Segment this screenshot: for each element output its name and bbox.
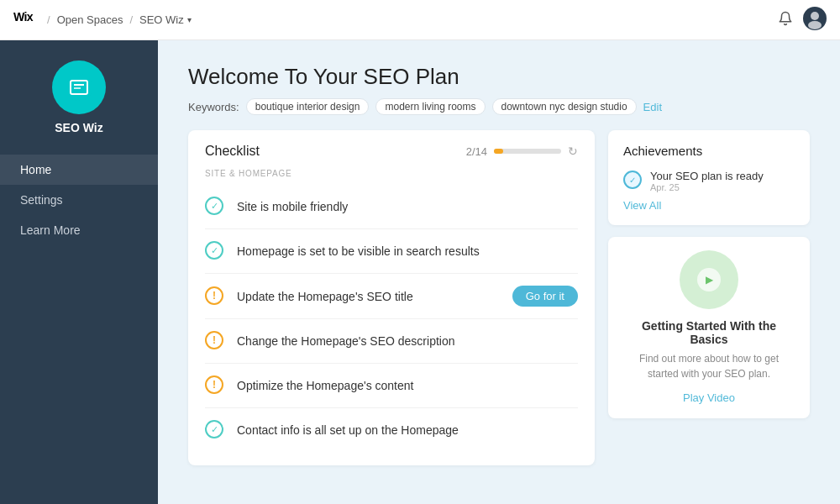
achievement-item-1: ✓ Your SEO plan is ready Apr. 25 [623, 170, 795, 192]
checklist-progress: 2/14 ↻ [466, 144, 578, 158]
keywords-label: Keywords: [188, 101, 239, 113]
svg-rect-4 [66, 74, 92, 101]
progress-bar [494, 149, 561, 154]
content-grid: Checklist 2/14 ↻ SITE & HOMEPAGE ✓ [158, 130, 840, 486]
play-video-link[interactable]: Play Video [683, 391, 735, 404]
warn-icon-4: ! [205, 331, 225, 351]
user-avatar[interactable] [803, 7, 827, 34]
main-content: Welcome To Your SEO Plan Keywords: bouti… [158, 40, 840, 504]
checklist-header: Checklist 2/14 ↻ [205, 144, 578, 159]
keyword-tag-2: modern living rooms [375, 98, 485, 115]
keyword-tag-1: boutique interior design [246, 98, 370, 115]
notification-bell-icon[interactable] [778, 11, 793, 29]
sidebar-app-title: SEO Wiz [55, 121, 102, 134]
warn-icon-3: ! [205, 286, 225, 307]
video-thumbnail: ▶ [680, 250, 738, 309]
svg-point-3 [808, 21, 822, 29]
checklist-item-2: ✓ Homepage is set to be visible in searc… [205, 229, 578, 274]
checklist-item-1: ✓ Site is mobile friendly [205, 185, 578, 229]
play-icon: ▶ [697, 268, 721, 291]
checklist-title: Checklist [205, 144, 260, 159]
item-text-6: Contact info is all set up on the Homepa… [237, 423, 578, 437]
go-for-it-button[interactable]: Go for it [512, 286, 578, 307]
check-icon-6: ✓ [205, 420, 225, 440]
progress-bar-fill [494, 149, 503, 154]
achievement-info-1: Your SEO plan is ready Apr. 25 [650, 170, 764, 192]
svg-text:Wix: Wix [13, 10, 34, 24]
check-icon-1: ✓ [205, 197, 225, 217]
sidebar: SEO Wiz Home Settings Learn More [0, 40, 158, 504]
right-column: Achievements ✓ Your SEO plan is ready Ap… [608, 130, 810, 465]
breadcrumb-sep2: / [129, 13, 133, 26]
warn-icon-5: ! [205, 375, 225, 396]
achievements-title: Achievements [623, 144, 795, 158]
achievement-date-1: Apr. 25 [650, 182, 764, 192]
achievement-text-1: Your SEO plan is ready [650, 170, 764, 182]
item-text-4: Change the Homepage's SEO description [237, 334, 578, 348]
item-action-3: Go for it [512, 286, 578, 307]
checklist-card: Checklist 2/14 ↻ SITE & HOMEPAGE ✓ [188, 130, 595, 465]
getting-started-card: ▶ Getting Started With the Basics Find o… [608, 237, 810, 418]
sidebar-nav: Home Settings Learn More [0, 155, 158, 245]
topbar: Wix / Open Spaces / SEO Wiz ▾ [0, 0, 840, 40]
checklist-item-3: ! Update the Homepage's SEO title Go for… [205, 274, 578, 319]
breadcrumb-sep: / [47, 13, 50, 26]
sidebar-item-learn-more[interactable]: Learn More [0, 215, 158, 245]
edit-keywords-link[interactable]: Edit [643, 101, 662, 113]
item-text-5: Optimize the Homepage's content [237, 379, 578, 392]
item-text-1: Site is mobile friendly [237, 200, 578, 213]
achievement-icon-1: ✓ [623, 171, 642, 189]
refresh-icon[interactable]: ↻ [568, 144, 578, 158]
sidebar-item-settings[interactable]: Settings [0, 185, 158, 215]
checklist-item-4: ! Change the Homepage's SEO description [205, 319, 578, 364]
topbar-right [778, 7, 827, 34]
topbar-left: Wix / Open Spaces / SEO Wiz ▾ [13, 10, 192, 29]
seo-wiz-logo [52, 60, 106, 114]
wix-logo: Wix [13, 10, 40, 29]
check-icon-2: ✓ [205, 241, 225, 261]
getting-started-title: Getting Started With the Basics [623, 319, 795, 346]
achievements-card: Achievements ✓ Your SEO plan is ready Ap… [608, 130, 810, 225]
svg-point-2 [811, 12, 819, 20]
progress-text: 2/14 [466, 145, 487, 158]
page-title: Welcome To Your SEO Plan [188, 64, 810, 90]
main-layout: SEO Wiz Home Settings Learn More Welcome… [0, 40, 840, 504]
keyword-tag-3: downtown nyc design studio [492, 98, 637, 115]
item-text-2: Homepage is set to be visible in search … [237, 244, 578, 258]
section-label-site-homepage: SITE & HOMEPAGE [205, 169, 578, 178]
breadcrumb-seo-wiz[interactable]: SEO Wiz ▾ [139, 13, 192, 26]
checklist-item-6: ✓ Contact info is all set up on the Home… [205, 408, 578, 452]
view-all-link[interactable]: View All [623, 199, 795, 212]
getting-started-description: Find out more about how to get started w… [623, 351, 795, 381]
keywords-row: Keywords: boutique interior design moder… [188, 98, 810, 115]
breadcrumb-open-spaces: Open Spaces [57, 13, 123, 26]
content-header: Welcome To Your SEO Plan Keywords: bouti… [158, 40, 840, 130]
item-text-3: Update the Homepage's SEO title [237, 290, 506, 303]
checklist-item-5: ! Optimize the Homepage's content [205, 364, 578, 408]
sidebar-item-home[interactable]: Home [0, 155, 158, 185]
